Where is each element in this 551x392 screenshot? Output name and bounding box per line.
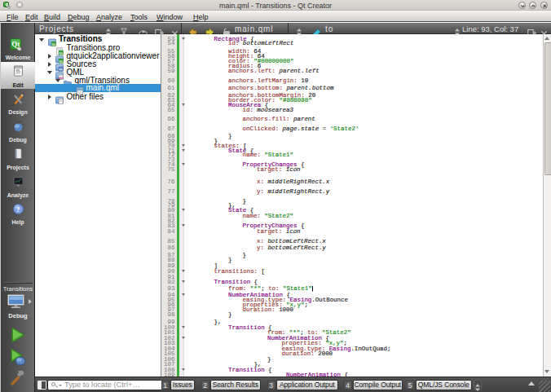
svg-text:?: ? [16, 205, 20, 213]
